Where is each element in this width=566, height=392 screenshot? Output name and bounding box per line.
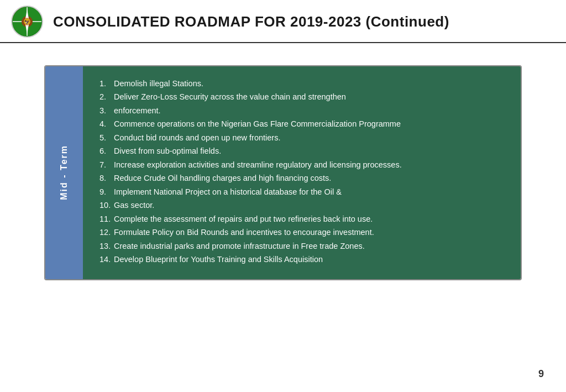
- list-item: 6.Divest from sub-optimal fields.: [99, 145, 504, 157]
- card-sidebar: Mid - Term: [45, 66, 83, 279]
- items-list: 1.Demolish illegal Stations.2.Deliver Ze…: [99, 77, 504, 266]
- page-number: 9: [538, 368, 544, 380]
- item-number: 4.: [99, 118, 112, 130]
- item-number: 8.: [99, 172, 112, 184]
- item-number: 1.: [99, 77, 112, 90]
- header: 🦅 CONSOLIDATED ROADMAP FOR 2019-2023 (Co…: [0, 0, 566, 43]
- page-title: CONSOLIDATED ROADMAP FOR 2019-2023 (Cont…: [53, 13, 449, 30]
- list-item: 7.Increase exploration activities and st…: [99, 159, 504, 171]
- list-item: 12.Formulate Policy on Bid Rounds and in…: [99, 226, 504, 238]
- list-item: 4.Commence operations on the Nigerian Ga…: [99, 118, 504, 130]
- item-text: Reduce Crude Oil handling charges and hi…: [114, 172, 504, 184]
- item-number: 10.: [99, 199, 112, 211]
- card-content-area: 1.Demolish illegal Stations.2.Deliver Ze…: [83, 66, 521, 279]
- list-item: 3.enforcement.: [99, 104, 504, 117]
- item-number: 14.: [99, 253, 112, 265]
- item-number: 12.: [99, 226, 112, 238]
- logo: 🦅: [11, 6, 43, 38]
- list-item: 11.Complete the assessment of repairs an…: [99, 213, 504, 225]
- item-number: 7.: [99, 159, 112, 171]
- item-number: 2.: [99, 91, 112, 103]
- roadmap-card: Mid - Term 1.Demolish illegal Stations.2…: [44, 65, 522, 280]
- item-text: Gas sector.: [114, 199, 504, 211]
- list-item: 2.Deliver Zero-Loss Security across the …: [99, 91, 504, 103]
- list-item: 10.Gas sector.: [99, 199, 504, 211]
- item-number: 5.: [99, 132, 112, 144]
- sidebar-label: Mid - Term: [59, 145, 69, 200]
- item-text: Divest from sub-optimal fields.: [114, 145, 504, 157]
- list-item: 9.Implement National Project on a histor…: [99, 186, 504, 198]
- item-text: Formulate Policy on Bid Rounds and incen…: [114, 226, 504, 238]
- item-text: Conduct bid rounds and open up new front…: [114, 132, 504, 144]
- item-text: enforcement.: [114, 104, 504, 117]
- item-number: 3.: [99, 104, 112, 117]
- item-text: Demolish illegal Stations.: [114, 77, 504, 90]
- item-number: 11.: [99, 213, 112, 225]
- svg-text:🦅: 🦅: [24, 19, 30, 25]
- list-item: 5.Conduct bid rounds and open up new fro…: [99, 132, 504, 144]
- list-item: 1.Demolish illegal Stations.: [99, 77, 504, 90]
- list-item: 8.Reduce Crude Oil handling charges and …: [99, 172, 504, 184]
- item-number: 6.: [99, 145, 112, 157]
- item-text: Complete the assessment of repairs and p…: [114, 213, 504, 225]
- item-text: Create industrial parks and promote infr…: [114, 240, 504, 252]
- item-text: Implement National Project on a historic…: [114, 186, 504, 198]
- list-item: 14.Develop Blueprint for Youths Training…: [99, 253, 504, 265]
- item-text: Commence operations on the Nigerian Gas …: [114, 118, 504, 130]
- list-item: 13.Create industrial parks and promote i…: [99, 240, 504, 252]
- item-number: 13.: [99, 240, 112, 252]
- item-number: 9.: [99, 186, 112, 198]
- item-text: Develop Blueprint for Youths Training an…: [114, 253, 504, 265]
- main-content: Mid - Term 1.Demolish illegal Stations.2…: [0, 43, 566, 297]
- item-text: Deliver Zero-Loss Security across the va…: [114, 91, 504, 103]
- item-text: Increase exploration activities and stre…: [114, 159, 504, 171]
